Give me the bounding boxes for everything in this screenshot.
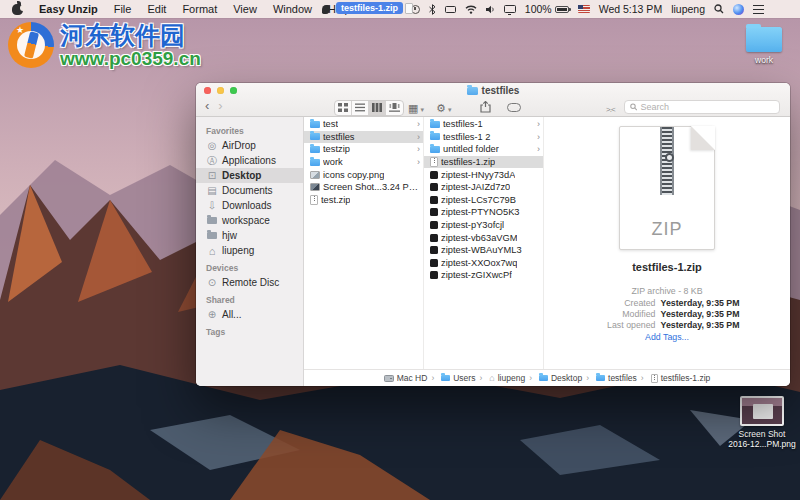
exec-file-icon bbox=[430, 208, 438, 216]
sidebar-item-desktop[interactable]: Desktop bbox=[196, 168, 303, 183]
menu-window[interactable]: Window bbox=[273, 3, 312, 15]
search-field[interactable] bbox=[624, 100, 780, 114]
file-row-work[interactable]: work bbox=[304, 156, 423, 169]
path-item-machd[interactable]: Mac HD bbox=[384, 373, 428, 383]
arrange-button[interactable] bbox=[408, 100, 424, 115]
toolbar bbox=[196, 97, 790, 117]
preview-details: CreatedYesterday, 9:35 PM ModifiedYester… bbox=[544, 298, 790, 331]
keyboard-icon[interactable] bbox=[445, 6, 456, 13]
detail-label: Last opened bbox=[578, 320, 656, 331]
file-row-ziptest-3[interactable]: ziptest-LCs7C79B bbox=[424, 194, 543, 207]
folder-icon bbox=[310, 146, 320, 153]
file-row-ziptest-4[interactable]: ziptest-PTYNO5K3 bbox=[424, 206, 543, 219]
easy-unzip-icon bbox=[606, 98, 615, 116]
sidebar-item-hjw[interactable]: hjw bbox=[196, 228, 303, 243]
sidebar-item-all[interactable]: All... bbox=[196, 307, 303, 322]
exec-file-icon bbox=[430, 183, 438, 191]
menu-view[interactable]: View bbox=[233, 3, 257, 15]
exec-file-icon bbox=[430, 259, 438, 267]
sidebar-header-favorites: Favorites bbox=[196, 121, 303, 138]
siri-icon[interactable] bbox=[733, 4, 744, 15]
desktop-icon-screenshot[interactable]: Screen Shot 2016-12...PM.png bbox=[726, 396, 798, 449]
file-row-ziptest-2[interactable]: ziptest-JAIZd7z0 bbox=[424, 181, 543, 194]
app-icon-1[interactable] bbox=[322, 5, 330, 14]
bluetooth-icon[interactable] bbox=[429, 4, 436, 15]
file-row-screen-shot[interactable]: Screen Shot...3.24 PM.png bbox=[304, 181, 423, 194]
search-input[interactable] bbox=[640, 102, 774, 112]
desktop-icon-label-line1: Screen Shot bbox=[728, 429, 796, 439]
menu-format[interactable]: Format bbox=[182, 3, 217, 15]
sidebar-header-devices: Devices bbox=[196, 258, 303, 275]
file-row-ziptest-1[interactable]: ziptest-HNyy73dA bbox=[424, 168, 543, 181]
wifi-icon[interactable] bbox=[465, 5, 477, 14]
column-view-button[interactable] bbox=[369, 101, 386, 115]
battery-status[interactable]: 100% bbox=[525, 3, 569, 15]
file-row-ziptest-5[interactable]: ziptest-pY3ofcjl bbox=[424, 219, 543, 232]
sidebar-item-liupeng[interactable]: liupeng bbox=[196, 243, 303, 258]
detail-value: Yesterday, 9:35 PM bbox=[661, 309, 757, 320]
list-view-button[interactable] bbox=[352, 101, 369, 115]
sidebar-item-downloads[interactable]: Downloads bbox=[196, 198, 303, 213]
network-icon bbox=[206, 309, 218, 320]
share-button[interactable] bbox=[480, 100, 491, 115]
file-row-icons-copy[interactable]: icons copy.png bbox=[304, 168, 423, 181]
sidebar-item-applications[interactable]: Applications bbox=[196, 153, 303, 168]
path-item-testfiles-1-zip[interactable]: testfiles-1.zip bbox=[637, 373, 710, 383]
action-button[interactable] bbox=[436, 100, 451, 115]
coverflow-view-button[interactable] bbox=[386, 101, 403, 115]
back-button[interactable] bbox=[205, 98, 209, 114]
sidebar-header-tags: Tags bbox=[196, 322, 303, 339]
folder-icon bbox=[441, 375, 450, 382]
sidebar-item-remote-disc[interactable]: Remote Disc bbox=[196, 275, 303, 290]
file-row-ziptest-6[interactable]: ziptest-vb63aVGM bbox=[424, 231, 543, 244]
path-item-liupeng[interactable]: liupeng bbox=[475, 373, 525, 383]
menubar-user[interactable]: liupeng bbox=[671, 3, 705, 15]
path-item-desktop[interactable]: Desktop bbox=[525, 373, 582, 383]
sidebar-item-workspace[interactable]: workspace bbox=[196, 213, 303, 228]
menu-app-name[interactable]: Easy Unzip bbox=[39, 3, 98, 15]
image-file-icon bbox=[310, 183, 320, 191]
folder-icon bbox=[310, 133, 320, 140]
menu-file[interactable]: File bbox=[114, 3, 132, 15]
file-row-testfiles-1-zip[interactable]: testfiles-1.zip bbox=[424, 156, 543, 169]
volume-icon[interactable] bbox=[486, 5, 495, 14]
zipper-icon bbox=[660, 127, 674, 195]
tags-button[interactable] bbox=[507, 100, 521, 115]
add-tags-link[interactable]: Add Tags... bbox=[544, 332, 790, 342]
sidebar-item-documents[interactable]: Documents bbox=[196, 183, 303, 198]
notification-center-icon[interactable] bbox=[753, 5, 764, 14]
file-row-untitled-folder[interactable]: untitled folder bbox=[424, 143, 543, 156]
path-item-users[interactable]: Users bbox=[427, 373, 475, 383]
folder-icon bbox=[430, 121, 440, 128]
file-row-testfiles-1[interactable]: testfiles-1 bbox=[424, 118, 543, 131]
file-row-testzip[interactable]: testzip bbox=[304, 143, 423, 156]
documents-icon bbox=[206, 185, 218, 196]
file-row-ziptest-7[interactable]: ziptest-WBAuYML3 bbox=[424, 244, 543, 257]
exec-file-icon bbox=[430, 246, 438, 254]
file-row-testfiles[interactable]: testfiles bbox=[304, 131, 423, 144]
spotlight-icon[interactable] bbox=[714, 4, 724, 14]
menu-edit[interactable]: Edit bbox=[147, 3, 166, 15]
home-icon bbox=[489, 373, 494, 383]
file-row-ziptest-8[interactable]: ziptest-XXOox7wq bbox=[424, 257, 543, 270]
desktop-icon-work[interactable]: work bbox=[728, 27, 800, 65]
file-row-ziptest-9[interactable]: ziptest-zGIXwcPf bbox=[424, 269, 543, 282]
menubar-clock[interactable]: Wed 5:13 PM bbox=[599, 3, 662, 15]
path-item-testfiles[interactable]: testfiles bbox=[582, 373, 637, 383]
forward-button[interactable] bbox=[218, 98, 222, 114]
file-row-test[interactable]: test bbox=[304, 118, 423, 131]
sidebar-item-airdrop[interactable]: AirDrop bbox=[196, 138, 303, 153]
icon-view-button[interactable] bbox=[335, 101, 352, 115]
apple-menu-icon[interactable] bbox=[12, 4, 23, 15]
input-flag-icon[interactable] bbox=[578, 5, 590, 13]
airplay-icon[interactable] bbox=[504, 5, 516, 13]
file-row-testfiles-1-2[interactable]: testfiles-1 2 bbox=[424, 131, 543, 144]
easy-unzip-toolbar-button[interactable] bbox=[606, 100, 615, 115]
window-title: testfiles bbox=[196, 85, 790, 96]
exec-file-icon bbox=[430, 171, 438, 179]
folder-icon bbox=[596, 375, 605, 382]
folder-icon bbox=[310, 159, 320, 166]
preview-pane: ZIP testfiles-1.zip ZIP archive - 8 KB C… bbox=[544, 117, 790, 369]
window-header[interactable]: testfiles bbox=[196, 83, 790, 117]
file-row-test-zip[interactable]: test.zip bbox=[304, 194, 423, 207]
